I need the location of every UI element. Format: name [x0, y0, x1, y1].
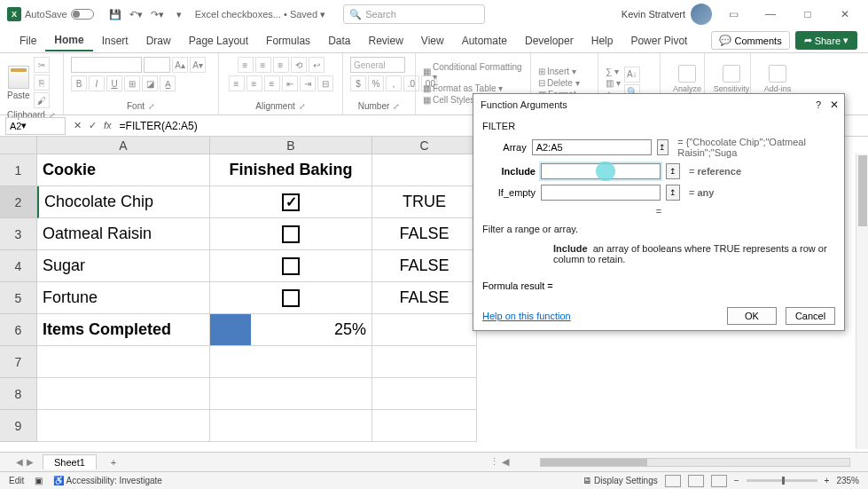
display-settings[interactable]: 🖥 Display Settings — [583, 476, 657, 485]
number-launcher-icon[interactable]: ⤢ — [393, 102, 400, 111]
cell[interactable] — [210, 410, 372, 442]
fill-button[interactable]: ▥ ▾ — [606, 78, 621, 88]
arg-input-ifempty[interactable] — [541, 185, 661, 201]
name-box[interactable]: A2 ▾ — [5, 117, 66, 135]
macro-record-icon[interactable]: ▣ — [35, 476, 43, 485]
align-middle-icon[interactable]: ≡ — [255, 57, 271, 73]
align-top-icon[interactable]: ≡ — [238, 57, 254, 73]
cell[interactable] — [210, 218, 372, 250]
cell[interactable]: Fortune — [37, 282, 210, 314]
number-format-dropdown[interactable] — [350, 57, 405, 73]
tab-power-pivot[interactable]: Power Pivot — [622, 31, 696, 51]
qat-dropdown-icon[interactable]: ▾ — [172, 7, 186, 21]
decrease-font-icon[interactable]: A▾ — [190, 57, 206, 73]
dialog-close-icon[interactable]: ✕ — [830, 99, 839, 111]
comments-button[interactable]: 💬 Comments — [711, 31, 789, 50]
enter-formula-icon[interactable]: ✓ — [86, 120, 99, 131]
tab-draw[interactable]: Draw — [137, 31, 180, 51]
col-header-A[interactable]: A — [37, 137, 210, 154]
undo-icon[interactable]: ↶▾ — [129, 7, 144, 21]
row-header[interactable]: 8 — [0, 378, 37, 410]
cut-icon[interactable]: ✂ — [34, 57, 50, 73]
tab-automate[interactable]: Automate — [453, 31, 516, 51]
normal-view-icon[interactable] — [665, 475, 681, 487]
toggle-off-icon[interactable] — [71, 9, 94, 20]
bold-button[interactable]: B — [71, 75, 87, 91]
cell[interactable] — [210, 378, 372, 410]
decrease-indent-icon[interactable]: ⇤ — [282, 75, 298, 91]
page-break-view-icon[interactable] — [711, 475, 727, 487]
cell[interactable] — [372, 410, 477, 442]
tab-file[interactable]: File — [11, 31, 45, 51]
dialog-help-icon[interactable]: ? — [816, 99, 821, 110]
font-launcher-icon[interactable]: ⤢ — [148, 102, 155, 111]
avatar[interactable] — [691, 4, 712, 25]
cell[interactable] — [210, 250, 372, 282]
fx-icon[interactable]: fx — [101, 120, 114, 131]
cell[interactable]: Cookie — [37, 154, 210, 186]
sort-filter-icon[interactable]: A↓ — [624, 67, 640, 83]
cell[interactable] — [372, 154, 477, 186]
orientation-icon[interactable]: ⟲ — [291, 57, 307, 73]
cell[interactable]: FALSE — [372, 282, 477, 314]
ribbon-mode-icon[interactable]: ▭ — [717, 4, 749, 25]
search-box[interactable]: 🔍 Search — [343, 4, 485, 24]
zoom-level[interactable]: 235% — [836, 476, 859, 485]
zoom-slider[interactable] — [747, 479, 817, 482]
tab-insert[interactable]: Insert — [93, 31, 137, 51]
font-size-input[interactable] — [144, 57, 170, 73]
tab-developer[interactable]: Developer — [516, 31, 583, 51]
cell[interactable]: Chocolate Chip — [37, 186, 210, 218]
currency-icon[interactable]: $ — [350, 75, 366, 91]
collapse-icon[interactable]: ↥ — [666, 163, 680, 179]
cell[interactable] — [372, 346, 477, 378]
cell[interactable] — [37, 378, 210, 410]
merge-center-button[interactable]: ⊟ — [317, 75, 333, 91]
cell[interactable] — [210, 282, 372, 314]
collapse-icon[interactable]: ↥ — [666, 185, 680, 201]
cell[interactable] — [37, 346, 210, 378]
close-button[interactable]: ✕ — [829, 4, 861, 25]
add-sheet-icon[interactable]: + — [106, 454, 121, 470]
cell[interactable]: 25% — [210, 314, 372, 346]
row-header[interactable]: 7 — [0, 346, 37, 378]
cell[interactable] — [210, 186, 372, 218]
ok-button[interactable]: OK — [727, 307, 777, 325]
share-button[interactable]: ➦ Share ▾ — [795, 31, 857, 50]
file-name[interactable]: Excel checkboxes... • Saved ▾ — [195, 9, 325, 20]
row-header[interactable]: 2 — [0, 186, 37, 218]
cell[interactable]: Items Completed — [37, 314, 210, 346]
tab-home[interactable]: Home — [45, 30, 92, 51]
align-bottom-icon[interactable]: ≡ — [273, 57, 289, 73]
tab-view[interactable]: View — [412, 31, 453, 51]
user-name[interactable]: Kevin Stratvert — [622, 9, 685, 20]
align-right-icon[interactable]: ≡ — [264, 75, 280, 91]
conditional-formatting-button[interactable]: ▦ Conditional Formatting ▾ — [423, 62, 523, 82]
formula-input[interactable]: =FILTER(A2:A5) — [120, 120, 198, 132]
prev-sheet-icon[interactable]: ◀ — [16, 457, 23, 467]
increase-font-icon[interactable]: A▴ — [172, 57, 188, 73]
cell[interactable] — [210, 346, 372, 378]
italic-button[interactable]: I — [89, 75, 105, 91]
delete-cells-button[interactable]: ⊟Delete ▾ — [538, 78, 583, 88]
tab-formulas[interactable]: Formulas — [257, 31, 319, 51]
next-sheet-icon[interactable]: ▶ — [27, 457, 34, 467]
row-header[interactable]: 3 — [0, 218, 37, 250]
maximize-button[interactable]: □ — [792, 4, 824, 25]
row-header[interactable]: 5 — [0, 282, 37, 314]
horizontal-scrollbar[interactable] — [540, 457, 850, 468]
checkbox[interactable] — [282, 225, 300, 243]
row-header[interactable]: 1 — [0, 154, 37, 186]
tab-help[interactable]: Help — [583, 31, 622, 51]
align-center-icon[interactable]: ≡ — [246, 75, 262, 91]
accessibility-status[interactable]: ♿ Accessibility: Investigate — [53, 476, 162, 485]
cell[interactable]: Finished Baking — [210, 154, 372, 186]
fill-color-button[interactable]: ◪ — [142, 75, 158, 91]
minimize-button[interactable]: — — [755, 4, 786, 25]
cell[interactable]: FALSE — [372, 218, 477, 250]
increase-indent-icon[interactable]: ⇥ — [300, 75, 316, 91]
cell[interactable]: FALSE — [372, 250, 477, 282]
col-header-C[interactable]: C — [372, 137, 477, 154]
cancel-formula-icon[interactable]: ✕ — [71, 120, 84, 131]
row-header[interactable]: 9 — [0, 410, 37, 442]
